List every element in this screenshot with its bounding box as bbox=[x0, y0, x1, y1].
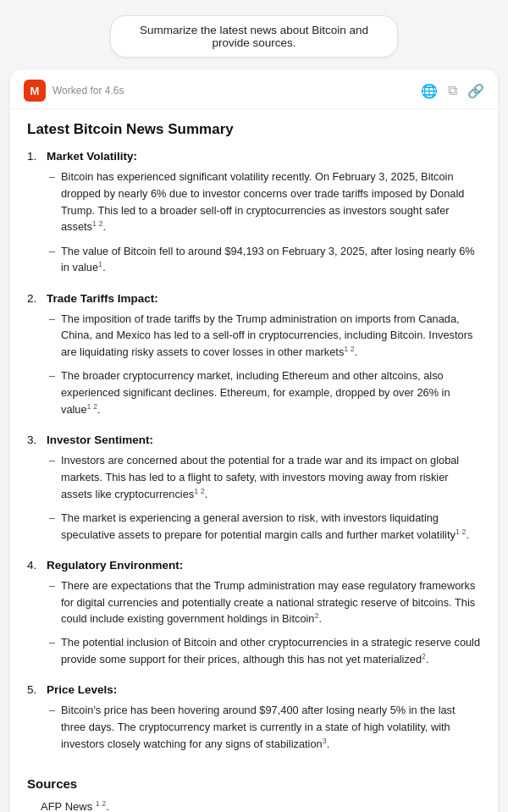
bullet-list-2: The imposition of trade tariffs by the T… bbox=[27, 311, 481, 419]
content-area: Latest Bitcoin News Summary 1. Market Vo… bbox=[10, 109, 498, 776]
prompt-bubble: Summarize the latest news about Bitcoin … bbox=[110, 15, 398, 58]
link-icon[interactable]: 🔗 bbox=[467, 83, 484, 99]
section-title-4: Regulatory Environment bbox=[47, 559, 179, 572]
bullet-item: The value of Bitcoin fell to around $94,… bbox=[49, 243, 481, 277]
header-icons: 🌐 ⧉ 🔗 bbox=[421, 83, 484, 99]
ref-sup: 1 2 bbox=[194, 487, 205, 495]
ref-sup: 1 2 bbox=[87, 402, 98, 411]
section-item-1: 1. Market Volatility: Bitcoin has experi… bbox=[27, 150, 481, 277]
section-number-3: 3. bbox=[27, 434, 42, 446]
sources-title: Sources bbox=[27, 776, 481, 791]
section-number-4: 4. bbox=[27, 559, 42, 572]
bullet-item: Bitcoin's price has been hovering around… bbox=[49, 702, 481, 753]
source-item-1: AFP News 1 2. bbox=[27, 799, 481, 812]
page-title: Latest Bitcoin News Summary bbox=[27, 121, 481, 138]
sources-section: Sources AFP News 1 2. FXStreet 3. bbox=[10, 776, 498, 812]
ref-sup: 3 bbox=[323, 737, 327, 745]
section-header-4: 4. Regulatory Environment: bbox=[27, 559, 481, 572]
section-header-2: 2. Trade Tariffs Impact: bbox=[27, 292, 481, 305]
ref-sup: 1 2 bbox=[456, 528, 467, 536]
section-item-4: 4. Regulatory Environment: There are exp… bbox=[27, 559, 481, 669]
section-title-5: Price Levels bbox=[47, 683, 113, 696]
bullet-item: Bitcoin has experienced significant vola… bbox=[49, 168, 481, 236]
section-title-1: Market Volatility bbox=[47, 150, 134, 163]
ref-sup: 1 2 bbox=[344, 345, 355, 353]
bullet-item: There are expectations that the Trump ad… bbox=[49, 577, 481, 628]
bullet-item: The market is experiencing a general ave… bbox=[49, 510, 481, 544]
ref-sup: 2 bbox=[314, 611, 318, 620]
bullet-list-1: Bitcoin has experienced significant vola… bbox=[27, 168, 481, 277]
ref-sup: 2 bbox=[422, 652, 426, 660]
bullet-item: The imposition of trade tariffs by the T… bbox=[49, 311, 481, 362]
section-header-5: 5. Price Levels: bbox=[27, 683, 481, 696]
section-number-1: 1. bbox=[27, 150, 42, 163]
section-title-2: Trade Tariffs Impact bbox=[47, 292, 154, 305]
main-card: M Worked for 4.6s 🌐 ⧉ 🔗 Latest Bitcoin N… bbox=[10, 69, 498, 812]
section-number-5: 5. bbox=[27, 683, 42, 696]
section-list: 1. Market Volatility: Bitcoin has experi… bbox=[27, 150, 481, 753]
bullet-list-3: Investors are concerned about the potent… bbox=[27, 452, 481, 544]
section-number-2: 2. bbox=[27, 292, 42, 305]
bullet-item: The potential inclusion of Bitcoin and o… bbox=[49, 634, 481, 668]
section-item-2: 2. Trade Tariffs Impact: The imposition … bbox=[27, 292, 481, 419]
section-item-5: 5. Price Levels: Bitcoin's price has bee… bbox=[27, 683, 481, 753]
worked-for-label: Worked for 4.6s bbox=[52, 85, 124, 97]
ref-sup: 1 bbox=[98, 260, 102, 268]
bullet-list-5: Bitcoin's price has been hovering around… bbox=[27, 702, 481, 753]
section-title-3: Investor Sentiment bbox=[47, 434, 150, 446]
bullet-item: Investors are concerned about the potent… bbox=[49, 452, 481, 503]
header-left: M Worked for 4.6s bbox=[24, 80, 124, 102]
section-header-1: 1. Market Volatility: bbox=[27, 150, 481, 163]
bullet-item: The broader cryptocurrency market, inclu… bbox=[49, 367, 481, 418]
section-header-3: 3. Investor Sentiment: bbox=[27, 434, 481, 446]
card-header: M Worked for 4.6s 🌐 ⧉ 🔗 bbox=[10, 69, 498, 109]
source-ref-1: 1 2 bbox=[96, 799, 107, 808]
section-item-3: 3. Investor Sentiment: Investors are con… bbox=[27, 434, 481, 544]
bullet-list-4: There are expectations that the Trump ad… bbox=[27, 577, 481, 669]
agent-icon: M bbox=[24, 80, 46, 102]
globe-icon[interactable]: 🌐 bbox=[421, 83, 438, 99]
copy-icon[interactable]: ⧉ bbox=[448, 83, 457, 98]
ref-sup: 1 2 bbox=[92, 219, 103, 228]
